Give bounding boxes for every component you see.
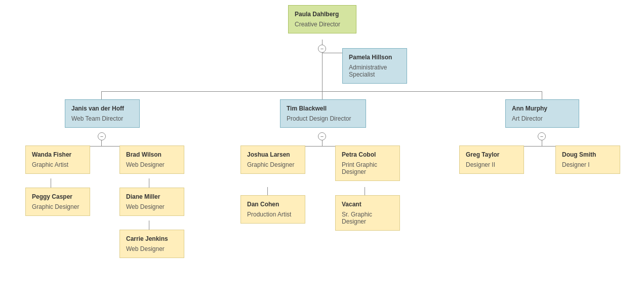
node-greg-name: Greg Taylor bbox=[466, 151, 517, 158]
node-joshua-title: Graphic Designer bbox=[247, 161, 299, 168]
node-diane-name: Diane Miller bbox=[126, 193, 178, 200]
line-ann-v bbox=[542, 140, 542, 146]
node-janis-name: Janis van der Hoff bbox=[71, 105, 133, 112]
node-pamela-title: Administrative Specialist bbox=[349, 64, 400, 78]
node-pamela-name: Pamela Hillson bbox=[349, 54, 400, 61]
node-paula-title: Creative Director bbox=[295, 21, 350, 28]
node-tim[interactable]: Tim Blackwell Product Design Director bbox=[280, 99, 366, 128]
node-ann[interactable]: Ann Murphy Art Director bbox=[505, 99, 579, 128]
node-wanda[interactable]: Wanda Fisher Graphic Artist bbox=[25, 145, 90, 174]
collapse-paula[interactable]: − bbox=[318, 45, 326, 53]
node-pamela[interactable]: Pamela Hillson Administrative Specialist bbox=[342, 48, 407, 84]
line-wanda-peggy bbox=[51, 178, 51, 189]
collapse-tim[interactable]: − bbox=[318, 132, 326, 140]
node-doug-name: Doug Smith bbox=[562, 151, 614, 158]
node-dan[interactable]: Dan Cohen Production Artist bbox=[240, 195, 305, 224]
node-janis[interactable]: Janis van der Hoff Web Team Director bbox=[65, 99, 140, 128]
node-brad-name: Brad Wilson bbox=[126, 151, 178, 158]
collapse-janis[interactable]: − bbox=[98, 132, 106, 140]
node-wanda-name: Wanda Fisher bbox=[32, 151, 84, 158]
node-paula[interactable]: Paula Dahlberg Creative Director bbox=[288, 5, 356, 33]
line-paula-pamela-h bbox=[322, 53, 342, 53]
node-petra-name: Petra Cobol bbox=[342, 151, 393, 158]
node-vacant-title: Sr. Graphic Designer bbox=[342, 211, 393, 225]
line-brad-diane bbox=[149, 178, 149, 189]
node-diane-title: Web Designer bbox=[126, 203, 178, 210]
node-dan-name: Dan Cohen bbox=[247, 201, 299, 208]
line-janis-v bbox=[101, 140, 102, 146]
node-joshua-name: Joshua Larsen bbox=[247, 151, 299, 158]
line-main-h bbox=[101, 91, 542, 92]
node-carrie[interactable]: Carrie Jenkins Web Designer bbox=[119, 230, 184, 258]
line-diane-carrie bbox=[149, 221, 149, 231]
node-carrie-name: Carrie Jenkins bbox=[126, 235, 178, 242]
node-vacant[interactable]: Vacant Sr. Graphic Designer bbox=[335, 195, 400, 231]
node-brad-title: Web Designer bbox=[126, 161, 178, 168]
node-petra[interactable]: Petra Cobol Print Graphic Designer bbox=[335, 145, 400, 181]
node-doug[interactable]: Doug Smith Designer I bbox=[555, 145, 620, 174]
node-paula-name: Paula Dahlberg bbox=[295, 11, 350, 18]
node-wanda-title: Graphic Artist bbox=[32, 161, 84, 168]
node-petra-title: Print Graphic Designer bbox=[342, 161, 393, 175]
node-brad[interactable]: Brad Wilson Web Designer bbox=[119, 145, 184, 174]
node-tim-name: Tim Blackwell bbox=[287, 105, 359, 112]
line-main-v bbox=[322, 53, 323, 91]
line-tim-v bbox=[322, 140, 323, 146]
node-peggy[interactable]: Peggy Casper Graphic Designer bbox=[25, 188, 90, 216]
node-joshua[interactable]: Joshua Larsen Graphic Designer bbox=[240, 145, 305, 174]
node-vacant-name: Vacant bbox=[342, 201, 393, 208]
node-diane[interactable]: Diane Miller Web Designer bbox=[119, 188, 184, 216]
node-ann-name: Ann Murphy bbox=[512, 105, 573, 112]
node-janis-title: Web Team Director bbox=[71, 115, 133, 122]
node-tim-title: Product Design Director bbox=[287, 115, 359, 122]
org-chart: Paula Dahlberg Creative Director − Pamel… bbox=[0, 0, 644, 30]
node-greg-title: Designer II bbox=[466, 161, 517, 168]
node-doug-title: Designer I bbox=[562, 161, 614, 168]
collapse-ann[interactable]: − bbox=[538, 132, 546, 140]
node-dan-title: Production Artist bbox=[247, 211, 299, 218]
node-ann-title: Art Director bbox=[512, 115, 573, 122]
node-peggy-title: Graphic Designer bbox=[32, 203, 84, 210]
node-peggy-name: Peggy Casper bbox=[32, 193, 84, 200]
node-carrie-title: Web Designer bbox=[126, 245, 178, 252]
node-greg[interactable]: Greg Taylor Designer II bbox=[459, 145, 524, 174]
